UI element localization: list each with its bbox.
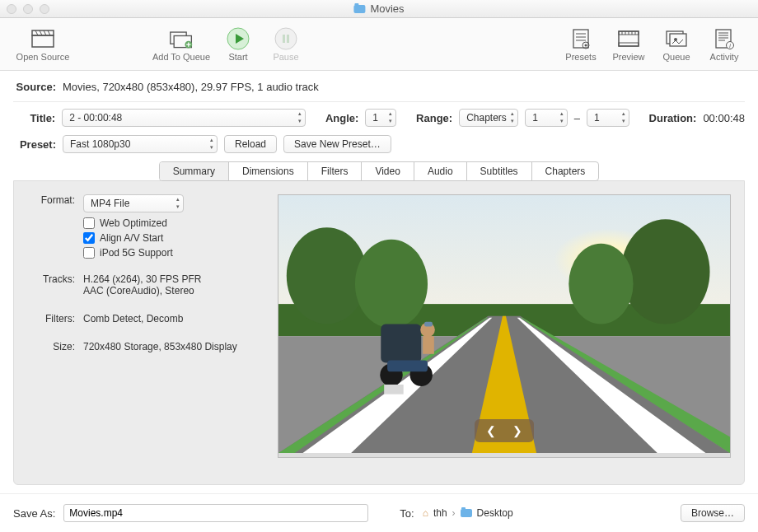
- minimize-window-icon[interactable]: [23, 4, 33, 14]
- angle-select[interactable]: 1: [365, 109, 396, 127]
- browse-button[interactable]: Browse…: [681, 504, 745, 522]
- add-to-queue-button[interactable]: Add To Queue: [148, 21, 214, 68]
- svg-point-13: [275, 28, 297, 49]
- web-optimized-checkbox[interactable]: Web Optimized: [83, 217, 258, 229]
- svg-point-52: [621, 219, 710, 324]
- window-controls: [7, 4, 49, 14]
- preview-navigation: ❮ ❯: [475, 419, 534, 442]
- start-button[interactable]: Start: [214, 21, 262, 68]
- range-from-select[interactable]: 1: [525, 109, 568, 127]
- saveas-label: Save As:: [13, 507, 55, 520]
- preview-button[interactable]: Preview: [605, 21, 653, 68]
- svg-line-3: [40, 30, 42, 35]
- tab-summary[interactable]: Summary: [160, 162, 229, 180]
- svg-rect-0: [32, 35, 54, 47]
- source-label: Source:: [13, 81, 56, 93]
- svg-rect-15: [287, 35, 289, 43]
- add-queue-icon: [169, 27, 194, 50]
- svg-rect-59: [424, 322, 433, 327]
- title-select[interactable]: 2 - 00:00:48: [62, 109, 306, 127]
- clapperboard-icon: [30, 27, 55, 50]
- close-window-icon[interactable]: [7, 4, 16, 14]
- preset-label: Preset:: [13, 138, 56, 151]
- summary-panel: Format: MP4 File Web Optimized Align A/V…: [13, 180, 745, 485]
- svg-rect-61: [384, 385, 403, 394]
- svg-rect-14: [283, 35, 285, 43]
- window-title-text: Movies: [370, 2, 404, 15]
- folder-icon: [461, 509, 472, 517]
- tab-filters[interactable]: Filters: [308, 162, 363, 180]
- duration-value: 00:00:48: [703, 112, 745, 124]
- svg-point-50: [287, 227, 367, 324]
- tab-chapters[interactable]: Chapters: [532, 162, 599, 180]
- presets-icon: [568, 27, 593, 50]
- activity-button[interactable]: i Activity: [700, 21, 748, 68]
- svg-point-51: [355, 240, 428, 329]
- reload-button[interactable]: Reload: [224, 135, 277, 153]
- tracks-video: H.264 (x264), 30 FPS PFR: [83, 273, 201, 285]
- duration-label: Duration:: [649, 112, 697, 124]
- svg-line-5: [48, 30, 50, 35]
- to-folder: Desktop: [477, 507, 513, 519]
- svg-line-4: [44, 30, 46, 35]
- footer: Save As: To: ⌂ thh › Desktop Browse…: [0, 493, 758, 532]
- to-user: thh: [433, 507, 447, 519]
- saveas-input[interactable]: [63, 504, 368, 522]
- open-source-button[interactable]: Open Source: [10, 21, 76, 68]
- svg-rect-60: [423, 336, 434, 354]
- toolbar: Open Source Add To Queue Start Pause: [0, 18, 758, 71]
- preset-select[interactable]: Fast 1080p30: [63, 135, 218, 153]
- pause-button: Pause: [262, 21, 310, 68]
- range-label: Range:: [416, 112, 452, 124]
- to-label: To:: [400, 507, 414, 520]
- destination-path[interactable]: ⌂ thh › Desktop: [423, 507, 513, 519]
- range-to-select[interactable]: 1: [587, 109, 629, 127]
- tabs: Summary Dimensions Filters Video Audio S…: [159, 161, 600, 181]
- format-label: Format:: [27, 194, 75, 212]
- window-title: Movies: [353, 2, 404, 15]
- align-av-checkbox[interactable]: Align A/V Start: [83, 232, 258, 244]
- svg-rect-54: [381, 324, 421, 363]
- svg-point-53: [568, 244, 633, 324]
- filters-value: Comb Detect, Decomb: [83, 313, 183, 324]
- play-icon: [226, 27, 250, 50]
- preview-next-button[interactable]: ❯: [512, 424, 522, 437]
- preview-prev-button[interactable]: ❮: [486, 424, 496, 437]
- filters-label: Filters:: [27, 313, 75, 324]
- size-label: Size:: [27, 341, 75, 352]
- chevron-right-icon: ›: [452, 507, 456, 519]
- size-value: 720x480 Storage, 853x480 Display: [83, 341, 237, 352]
- format-select[interactable]: MP4 File: [83, 194, 184, 212]
- folder-icon: [353, 5, 365, 13]
- svg-rect-31: [670, 34, 686, 46]
- queue-button[interactable]: Queue: [653, 21, 700, 68]
- pause-icon: [274, 27, 298, 50]
- home-icon: ⌂: [423, 507, 428, 519]
- preview-image: ❮ ❯: [278, 194, 731, 458]
- svg-rect-57: [387, 361, 428, 372]
- tab-subtitles[interactable]: Subtitles: [467, 162, 532, 180]
- preview-icon: [616, 27, 641, 50]
- tab-video[interactable]: Video: [362, 162, 414, 180]
- svg-line-2: [35, 30, 38, 35]
- divider: [13, 101, 745, 102]
- ipod-5g-checkbox[interactable]: iPod 5G Support: [83, 247, 258, 259]
- svg-point-21: [585, 44, 587, 46]
- content-area: Source: Movies, 720x480 (853x480), 29.97…: [0, 71, 758, 493]
- activity-icon: i: [712, 27, 737, 50]
- range-separator: –: [574, 112, 580, 124]
- title-label: Title:: [13, 112, 55, 124]
- tab-dimensions[interactable]: Dimensions: [229, 162, 308, 180]
- tracks-audio: AAC (CoreAudio), Stereo: [83, 285, 201, 296]
- range-mode-select[interactable]: Chapters: [459, 109, 518, 127]
- tracks-label: Tracks:: [27, 273, 75, 296]
- presets-button[interactable]: Presets: [557, 21, 605, 68]
- queue-icon: [664, 27, 689, 50]
- save-new-preset-button[interactable]: Save New Preset…: [283, 135, 391, 153]
- source-value: Movies, 720x480 (853x480), 29.97 FPS, 1 …: [63, 81, 319, 93]
- tab-audio[interactable]: Audio: [414, 162, 467, 180]
- zoom-window-icon[interactable]: [40, 4, 49, 14]
- titlebar: Movies: [0, 0, 758, 18]
- angle-label: Angle:: [325, 112, 358, 124]
